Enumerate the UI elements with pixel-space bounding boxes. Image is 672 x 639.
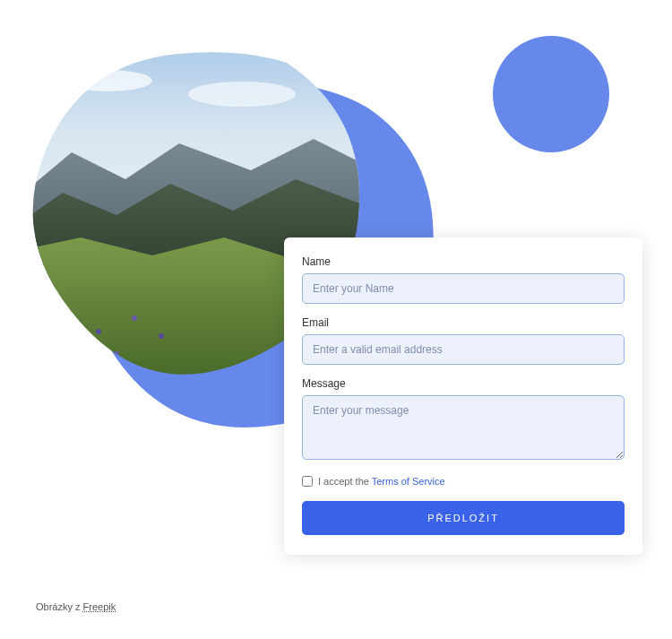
name-label: Name (302, 255, 625, 268)
email-input[interactable] (302, 334, 625, 365)
submit-button[interactable]: PŘEDLOŽIT (302, 501, 625, 535)
image-attribution: Obrázky z Freepik (36, 601, 116, 612)
svg-point-7 (159, 333, 164, 339)
svg-point-3 (60, 311, 65, 316)
decorative-circle (493, 36, 609, 152)
terms-text: I accept the Terms of Service (318, 476, 445, 487)
terms-of-service-link[interactable]: Terms of Service (372, 476, 445, 487)
contact-form-card: Name Email Message I accept the Terms of… (284, 237, 642, 555)
terms-checkbox-row: I accept the Terms of Service (302, 476, 625, 487)
svg-point-8 (114, 351, 119, 357)
message-textarea[interactable] (302, 395, 625, 460)
message-field-group: Message (302, 377, 625, 463)
email-field-group: Email (302, 316, 625, 365)
name-input[interactable] (302, 273, 625, 304)
message-label: Message (302, 377, 625, 390)
svg-point-5 (132, 315, 137, 321)
svg-point-6 (78, 342, 83, 348)
freepik-link[interactable]: Freepik (83, 601, 116, 612)
terms-checkbox[interactable] (302, 476, 313, 487)
name-field-group: Name (302, 255, 625, 304)
svg-point-4 (96, 329, 101, 334)
svg-point-1 (63, 70, 152, 91)
svg-point-2 (188, 82, 296, 107)
email-label: Email (302, 316, 625, 329)
page-canvas: Name Email Message I accept the Terms of… (0, 0, 672, 639)
